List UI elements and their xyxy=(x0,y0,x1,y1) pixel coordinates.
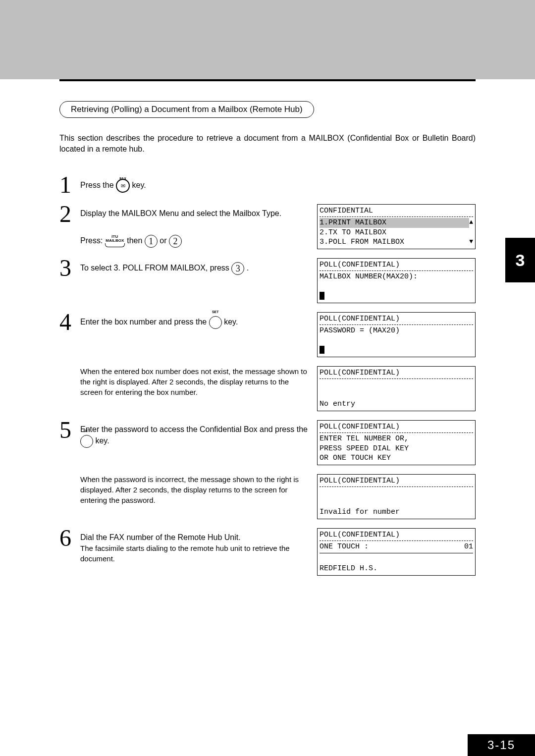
step-4-text-a: Enter the box number and press the xyxy=(80,318,209,326)
fax-key-icon: FAX ✉ xyxy=(116,179,130,193)
lcd-tel-header: POLL(CONFIDENTIAL) xyxy=(320,422,400,432)
step-4-note: When the entered box number does not exi… xyxy=(80,366,476,411)
step-4-note-text: When the entered box number does not exi… xyxy=(80,366,317,411)
set-key-label-2: SET xyxy=(81,429,93,433)
lcd-dial-l2: REDFIELD H.S. xyxy=(320,564,473,574)
step-5-text-a: Enter the password to access the Confide… xyxy=(80,425,308,433)
lcd-box-number: POLL(CONFIDENTIAL) MAILBOX NUMBER(MAX20)… xyxy=(317,258,476,303)
step-2-text: Display the MAILBOX Menu and select the … xyxy=(80,208,311,219)
step-3-number: 3 xyxy=(59,258,80,278)
lcd-dial-header: POLL(CONFIDENTIAL) xyxy=(320,530,400,540)
lcd-no-entry: POLL(CONFIDENTIAL) No entry xyxy=(317,366,476,411)
step-4-number: 4 xyxy=(59,312,80,332)
step-5: 5 Enter the password to access the Confi… xyxy=(59,420,476,465)
set-key-icon-2: SET xyxy=(80,435,93,448)
lcd-menu-opt2: 2.TX TO MAILBOX xyxy=(320,228,473,238)
step-5-number: 5 xyxy=(59,420,80,440)
lcd-password: POLL(CONFIDENTIAL) PASSWORD = (MAX20) xyxy=(317,312,476,357)
step-5-note: When the password is incorrect, the mess… xyxy=(80,474,476,519)
lcd-cursor-2 xyxy=(320,346,324,354)
lcd-invalid: POLL(CONFIDENTIAL) Invalid for number xyxy=(317,474,476,519)
step-5-note-text: When the password is incorrect, the mess… xyxy=(80,474,317,519)
lcd-boxnum-header: POLL(CONFIDENTIAL) xyxy=(320,260,400,270)
key-2-icon: 2 xyxy=(169,235,182,248)
arrow-up-icon: ▲ xyxy=(469,218,473,227)
step-4-text-b: key. xyxy=(224,318,238,326)
mailbox-label: MAILBOX xyxy=(106,238,124,243)
lcd-noentry-line: No entry xyxy=(320,399,473,409)
lcd-menu-opt3: 3.POLL FROM MAILBOX xyxy=(320,237,404,247)
step-6-sub: The facsimile starts dialing to the remo… xyxy=(80,543,311,564)
section-title-pill: Retrieving (Polling) a Document from a M… xyxy=(59,101,314,118)
step-6-text: Dial the FAX number of the Remote Hub Un… xyxy=(80,532,311,543)
lcd-dial-l1: ONE TOUCH : xyxy=(320,542,369,552)
lcd-pass-line: PASSWORD = (MAX20) xyxy=(320,326,473,336)
lcd-dial: POLL(CONFIDENTIAL) ONE TOUCH : 01 REDFIE… xyxy=(317,528,476,576)
step-2-number: 2 xyxy=(59,204,80,224)
step-1-text-b: key. xyxy=(132,181,146,189)
set-key-icon: SET xyxy=(209,316,222,329)
step-6: 6 Dial the FAX number of the Remote Hub … xyxy=(59,528,476,576)
lcd-invalid-line: Invalid for number xyxy=(320,507,473,517)
lcd-dial-l1r: 01 xyxy=(464,542,473,552)
step-1-text-a: Press the xyxy=(80,181,116,189)
arrow-down-icon: ▼ xyxy=(469,238,473,246)
lcd-boxnum-line: MAILBOX NUMBER(MAX20): xyxy=(320,272,473,282)
lcd-menu-header: CONFIDENTIAL xyxy=(320,206,373,216)
fax-key-label: FAX xyxy=(117,173,129,185)
lcd-tel-l3: OR ONE TOUCH KEY xyxy=(320,453,473,463)
key-3-icon: 3 xyxy=(231,262,244,275)
step-2-press-c: or xyxy=(160,236,169,245)
step-1-number: 1 xyxy=(59,175,80,195)
mailbox-key-icon: ITU MAILBOX xyxy=(105,235,125,247)
step-5-text-b: key. xyxy=(95,436,109,445)
lcd-menu-opt1: 1.PRINT MAILBOX xyxy=(320,218,469,228)
step-2-press-b: then xyxy=(127,236,145,245)
step-3-text-b: . xyxy=(247,264,249,272)
step-1: 1 Press the FAX ✉ key. xyxy=(59,175,476,195)
lcd-enter-tel: POLL(CONFIDENTIAL) ENTER TEL NUMBER OR, … xyxy=(317,420,476,465)
lcd-invalid-header: POLL(CONFIDENTIAL) xyxy=(320,476,400,486)
step-3: 3 To select 3. POLL FROM MAILBOX, press … xyxy=(59,258,476,303)
lcd-pass-header: POLL(CONFIDENTIAL) xyxy=(320,314,400,324)
step-3-text-a: To select 3. POLL FROM MAILBOX, press xyxy=(80,264,231,272)
step-2: 2 Display the MAILBOX Menu and select th… xyxy=(59,204,476,249)
page-number: 3-15 xyxy=(468,734,535,756)
header-rule xyxy=(59,79,476,81)
step-6-number: 6 xyxy=(59,528,80,548)
key-1-icon: 1 xyxy=(145,235,158,248)
lcd-tel-l2: PRESS SPEED DIAL KEY xyxy=(320,444,473,454)
lcd-noentry-header: POLL(CONFIDENTIAL) xyxy=(320,368,400,378)
lcd-mailbox-menu: CONFIDENTIAL 1.PRINT MAILBOX▲ 2.TX TO MA… xyxy=(317,204,476,249)
top-gray-band xyxy=(0,0,535,79)
set-key-label: SET xyxy=(210,310,221,315)
step-2-press-a: Press: xyxy=(80,236,105,245)
intro-text: This section describes the procedure to … xyxy=(59,133,476,155)
lcd-cursor xyxy=(320,292,324,300)
lcd-tel-l1: ENTER TEL NUMBER OR, xyxy=(320,434,473,444)
step-4: 4 Enter the box number and press the SET… xyxy=(59,312,476,357)
